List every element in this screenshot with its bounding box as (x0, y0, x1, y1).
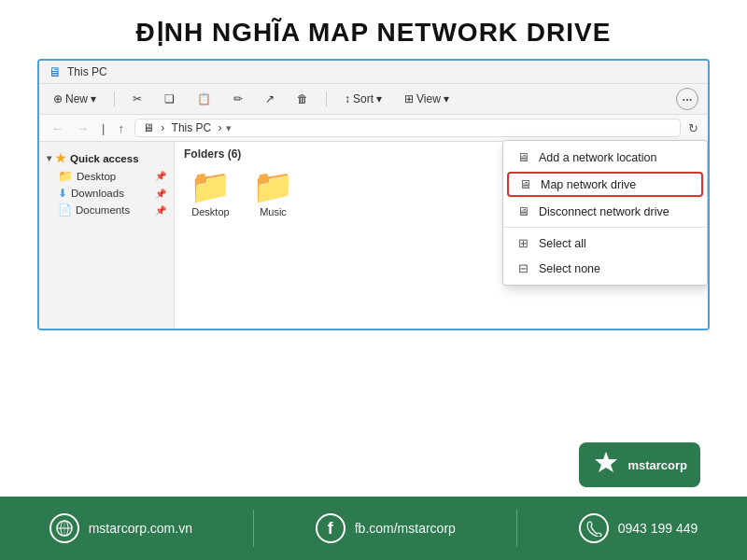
toolbar: ⊕ New ▾ ✂ ❑ 📋 ✏ ↗ 🗑 (39, 84, 708, 115)
back-button[interactable]: ← (49, 120, 66, 136)
dropdown-disconnect-label: Disconnect network drive (539, 205, 669, 218)
dropdown-add-network[interactable]: 🖥 Add a network location (503, 145, 707, 170)
dropdown-select-none[interactable]: ⊟ Select none (503, 256, 707, 281)
delete-icon: 🗑 (297, 92, 308, 105)
footer-facebook: f fb.com/mstarcorp (316, 513, 456, 543)
brand-logo-icon (592, 450, 620, 480)
cut-icon: ✂ (133, 92, 142, 105)
sidebar-documents-label: Documents (76, 204, 130, 216)
sidebar: ▾ ★ Quick access 📁 Desktop 📌 ⬇ Downloads… (39, 142, 175, 329)
delete-button[interactable]: 🗑 (292, 91, 313, 107)
network-add-icon: 🖥 (514, 150, 531, 164)
dropdown-map-drive-label: Map network drive (541, 178, 636, 191)
screenshot-container: 🖥 This PC ⊕ New ▾ ✂ ❑ 📋 ✏ ↗ (37, 59, 710, 330)
quick-access-label: Quick access (70, 153, 139, 164)
footer-facebook-text: fb.com/mstarcorp (355, 521, 456, 536)
sort-button[interactable]: ↕ Sort ▾ (340, 91, 387, 107)
dropdown-disconnect-drive[interactable]: 🖥 Disconnect network drive (503, 199, 707, 224)
folder-item-desktop[interactable]: 📁 Desktop (184, 166, 237, 221)
sort-icon: ↕ (345, 92, 350, 105)
copy-icon: ❑ (164, 92, 175, 105)
pin-icon-2: 📌 (155, 189, 166, 199)
new-icon: ⊕ (53, 92, 63, 105)
address-chevron[interactable]: ▾ (226, 122, 232, 134)
address-bar-pill[interactable]: 🖥 › This PC › ▾ (134, 119, 681, 137)
select-all-icon: ⊞ (514, 236, 531, 250)
view-button[interactable]: ⊞ View ▾ (400, 91, 454, 107)
rename-button[interactable]: ✏ (229, 91, 247, 107)
svg-marker-0 (595, 452, 617, 472)
toolbar-separator-2 (326, 91, 327, 106)
footer-phone-text: 0943 199 449 (618, 521, 698, 536)
dropdown-add-network-label: Add a network location (539, 151, 656, 164)
paste-icon: 📋 (197, 92, 211, 105)
folder-blue-icon: 📁 (58, 169, 73, 183)
footer-divider-1 (253, 510, 254, 547)
disconnect-drive-icon: 🖥 (514, 204, 531, 218)
nav-separator: | (99, 120, 107, 136)
share-icon: ↗ (265, 92, 275, 105)
monitor-icon: 🖥 (49, 64, 62, 79)
expand-icon: ▾ (47, 153, 51, 163)
address-sep2: › (215, 121, 221, 134)
toolbar-separator (114, 91, 115, 106)
folder-desktop-label: Desktop (191, 206, 229, 217)
new-button[interactable]: ⊕ New ▾ (49, 91, 101, 107)
star-icon: ★ (55, 151, 66, 165)
globe-icon (49, 513, 79, 543)
dropdown-select-all-label: Select all (539, 237, 586, 250)
footer: mstarcorp.com.vn f fb.com/mstarcorp 0943… (0, 497, 747, 560)
folder-music-icon: 📁 (252, 170, 294, 203)
pin-icon: 📌 (155, 171, 166, 181)
view-icon: ⊞ (404, 92, 414, 105)
brand-badge: mstarcorp (579, 442, 700, 487)
dropdown-map-drive[interactable]: 🖥 Map network drive (507, 172, 703, 197)
dropdown-menu: 🖥 Add a network location 🖥 Map network d… (502, 140, 708, 286)
map-drive-icon: 🖥 (516, 177, 533, 191)
share-button[interactable]: ↗ (261, 91, 279, 107)
pin-icon-3: 📌 (155, 205, 166, 216)
window-titlebar: 🖥 This PC (39, 61, 708, 84)
dropdown-separator (503, 227, 707, 228)
view-chevron-icon: ▾ (444, 92, 449, 105)
page-header: ĐỊNH NGHĨA MAP NETWORK DRIVE (0, 0, 747, 59)
facebook-icon: f (316, 513, 345, 543)
addressbar: ← → | ↑ 🖥 › This PC › ▾ ↻ (39, 115, 708, 142)
window-title: This PC (67, 65, 107, 78)
brand-name: mstarcorp (627, 458, 687, 472)
main-content: ▾ ★ Quick access 📁 Desktop 📌 ⬇ Downloads… (39, 142, 708, 329)
select-none-icon: ⊟ (514, 261, 531, 275)
forward-button[interactable]: → (74, 120, 92, 136)
phone-icon (579, 513, 609, 543)
download-icon: ⬇ (58, 187, 67, 200)
paste-button[interactable]: 📋 (192, 91, 216, 107)
folder-item-music[interactable]: 📁 Music (247, 166, 300, 221)
sidebar-downloads-label: Downloads (71, 188, 124, 199)
sidebar-desktop-label: Desktop (77, 171, 116, 182)
quick-access-header: ▾ ★ Quick access (39, 149, 174, 167)
address-path: › (158, 121, 168, 134)
footer-website: mstarcorp.com.vn (49, 513, 192, 543)
dropdown-select-none-label: Select none (539, 262, 600, 275)
footer-website-text: mstarcorp.com.vn (89, 521, 192, 536)
folder-desktop-icon: 📁 (190, 170, 232, 203)
sort-chevron-icon: ▾ (376, 92, 382, 105)
sidebar-item-documents[interactable]: 📄 Documents 📌 (39, 202, 174, 218)
new-chevron-icon: ▾ (91, 92, 96, 105)
dropdown-select-all[interactable]: ⊞ Select all (503, 231, 707, 256)
quick-access-group: ▾ ★ Quick access 📁 Desktop 📌 ⬇ Downloads… (39, 147, 174, 220)
sidebar-item-desktop[interactable]: 📁 Desktop 📌 (39, 167, 174, 185)
monitor-small-icon: 🖥 (143, 121, 154, 134)
more-button[interactable]: ··· (676, 88, 698, 110)
sidebar-item-downloads[interactable]: ⬇ Downloads 📌 (39, 185, 174, 202)
copy-button[interactable]: ❑ (160, 91, 179, 107)
cut-button[interactable]: ✂ (128, 91, 147, 107)
refresh-button[interactable]: ↻ (688, 121, 698, 135)
rename-icon: ✏ (233, 92, 243, 105)
footer-phone: 0943 199 449 (579, 513, 698, 543)
page-title: ĐỊNH NGHĨA MAP NETWORK DRIVE (19, 17, 728, 48)
footer-divider-2 (516, 510, 517, 547)
folder-music-label: Music (260, 206, 287, 217)
up-button[interactable]: ↑ (115, 120, 127, 136)
document-icon: 📄 (58, 203, 72, 217)
